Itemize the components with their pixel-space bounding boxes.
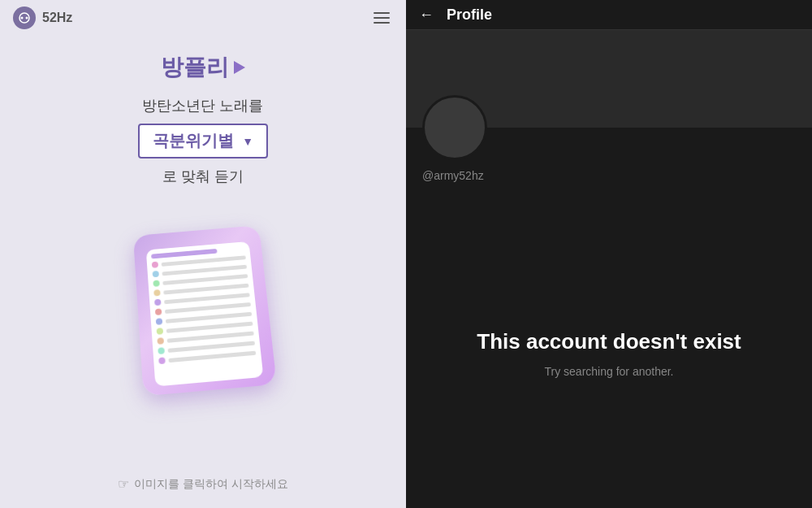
phone-body	[133, 225, 277, 396]
logo-icon	[13, 7, 36, 29]
profile-section: @army52hz	[406, 128, 812, 199]
svg-point-1	[21, 17, 24, 20]
logo-label: 52Hz	[42, 11, 72, 25]
left-panel: 52Hz 방플리 방탄소년단 노래를 곡분위기별 ▼ 로 맞춰 듣기	[0, 0, 406, 508]
screen-content	[151, 246, 256, 364]
app-title: 방플리	[161, 52, 245, 83]
mood-dropdown[interactable]: 곡분위기별 ▼	[138, 124, 268, 158]
hint-text: 이미지를 클릭하여 시작하세요	[134, 477, 288, 492]
right-panel: ← Profile @army52hz This account doesn't…	[406, 0, 812, 508]
play-icon	[234, 61, 245, 74]
dropdown-arrow-icon: ▼	[242, 135, 253, 148]
bottom-hint: ☞ 이미지를 클릭하여 시작하세요	[0, 476, 406, 492]
not-exist-title: This account doesn't exist	[477, 329, 741, 354]
not-exist-subtitle: Try searching for another.	[544, 365, 673, 378]
back-button[interactable]: ←	[419, 7, 434, 24]
hamburger-menu-icon[interactable]	[370, 9, 393, 27]
suffix-text: 로 맞춰 듣기	[162, 167, 244, 186]
phone-screen	[146, 241, 264, 387]
dropdown-value: 곡분위기별	[153, 130, 234, 152]
subtitle-line1: 방탄소년단 노래를	[142, 96, 263, 115]
top-bar-right: ← Profile	[406, 0, 812, 30]
username-label: @army52hz	[422, 169, 484, 182]
svg-point-2	[26, 17, 28, 20]
avatar	[422, 95, 487, 160]
hand-pointer-icon: ☞	[118, 476, 129, 492]
phone-mockup[interactable]	[122, 211, 284, 389]
page-title: Profile	[447, 7, 492, 24]
top-bar-left: 52Hz	[0, 0, 406, 36]
account-not-exist-section: This account doesn't exist Try searching…	[406, 199, 812, 508]
